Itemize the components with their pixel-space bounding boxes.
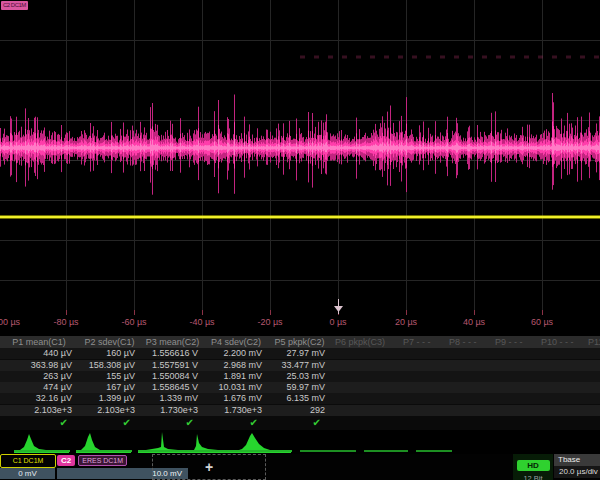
plus-icon: +	[205, 460, 213, 474]
param-header-empty[interactable]: P6 pkpk(C3)	[331, 336, 399, 348]
time-tick-label: -60 µs	[121, 317, 146, 327]
time-tick-label: 40 µs	[463, 317, 485, 327]
tbase-value: 20.0 µs/div	[554, 466, 600, 478]
param-header-empty[interactable]: P8 - - -	[445, 336, 491, 348]
param-min: 1.891 mV	[204, 371, 268, 382]
param-num-empty	[445, 405, 491, 416]
param-header-empty[interactable]: P9 - - -	[491, 336, 537, 348]
param-value-empty	[491, 348, 537, 359]
axis-tick	[134, 310, 135, 315]
waveform-plot[interactable]	[0, 0, 600, 316]
histicon-baseline	[300, 450, 356, 452]
param-status-check: ✔	[78, 416, 141, 430]
time-tick-label: 0 µs	[329, 317, 346, 327]
param-max-empty	[491, 382, 537, 393]
c2-channel-badge[interactable]: C2	[57, 455, 75, 466]
histicon-p5[interactable]	[236, 431, 292, 453]
param-value-empty	[399, 348, 445, 359]
param-status-check: ✔	[204, 416, 268, 430]
param-mean-empty	[491, 360, 537, 371]
axis-tick	[542, 310, 543, 315]
param-min-empty	[445, 371, 491, 382]
param-min: 155 µV	[78, 371, 141, 382]
param-num-empty	[399, 405, 445, 416]
histicon-baseline	[364, 450, 408, 452]
time-tick-label: 60 µs	[531, 317, 553, 327]
param-mean-empty	[445, 360, 491, 371]
axis-tick	[270, 310, 271, 315]
time-tick-label: 20 µs	[395, 317, 417, 327]
param-sdev: 1.399 µV	[78, 393, 141, 404]
param-status-empty	[445, 416, 491, 430]
param-max-empty	[399, 382, 445, 393]
c1-scale-value[interactable]: 0 mV	[0, 468, 55, 479]
param-sdev-empty	[445, 393, 491, 404]
histicon-p2[interactable]	[76, 431, 132, 453]
param-max: 1.558645 V	[141, 382, 204, 393]
param-mean: 2.968 mV	[204, 360, 268, 371]
param-header[interactable]: P1 mean(C1)	[0, 336, 78, 348]
c1-descriptor[interactable]: C1 DC1M	[0, 454, 56, 468]
param-value: 440 µV	[0, 348, 78, 359]
param-header[interactable]: P2 sdev(C1)	[78, 336, 141, 348]
histicon-p3[interactable]	[138, 431, 194, 453]
tbase-descriptor[interactable]: Tbase 20.0 µs/div	[554, 454, 600, 480]
histicon-p1[interactable]	[14, 431, 70, 453]
histicon-row	[0, 430, 600, 454]
time-axis: -100 µs-80 µs-60 µs-40 µs-20 µs0 µs20 µs…	[0, 317, 600, 333]
time-tick-label: -40 µs	[189, 317, 214, 327]
param-max-empty	[445, 382, 491, 393]
time-tick-label: -20 µs	[257, 317, 282, 327]
param-mean: 158.308 µV	[78, 360, 141, 371]
param-max: 10.031 mV	[204, 382, 268, 393]
param-min-empty	[399, 371, 445, 382]
param-num-empty	[537, 405, 584, 416]
param-status-empty	[399, 416, 445, 430]
tbase-label: Tbase	[554, 454, 600, 466]
param-header-empty[interactable]: P11	[584, 336, 600, 348]
param-sdev-empty	[537, 393, 584, 404]
axis-tick	[406, 310, 407, 315]
hd-indicator: HD 12 Bit	[513, 454, 553, 480]
time-tick-label: -80 µs	[53, 317, 78, 327]
param-num-empty	[584, 405, 600, 416]
trigger-time-marker-arrow[interactable]	[334, 306, 343, 312]
param-header-empty[interactable]: P10 - - -	[537, 336, 584, 348]
param-min-empty	[491, 371, 537, 382]
param-mean: 33.477 mV	[268, 360, 331, 371]
param-sdev-empty	[584, 393, 600, 404]
param-header[interactable]: P4 sdev(C2)	[204, 336, 268, 348]
param-value-empty	[331, 348, 399, 359]
param-mean-empty	[331, 360, 399, 371]
axis-tick	[474, 310, 475, 315]
param-status-check: ✔	[0, 416, 78, 430]
param-min-empty	[584, 371, 600, 382]
param-value-empty	[537, 348, 584, 359]
param-mean-empty	[584, 360, 600, 371]
param-num: 1.730e+3	[141, 405, 204, 416]
param-num: 292	[268, 405, 331, 416]
param-sdev: 32.16 µV	[0, 393, 78, 404]
param-header[interactable]: P5 pkpk(C2)	[268, 336, 331, 348]
param-status-empty	[331, 416, 399, 430]
param-status-check: ✔	[141, 416, 204, 430]
param-mean: 363.98 µV	[0, 360, 78, 371]
param-sdev-empty	[399, 393, 445, 404]
param-min: 25.03 mV	[268, 371, 331, 382]
param-min: 263 µV	[0, 371, 78, 382]
param-mean-empty	[537, 360, 584, 371]
param-min-empty	[331, 371, 399, 382]
add-trace-box[interactable]: +	[152, 454, 266, 480]
param-max: 474 µV	[0, 382, 78, 393]
param-num-empty	[491, 405, 537, 416]
param-max: 167 µV	[78, 382, 141, 393]
param-value-empty	[445, 348, 491, 359]
param-header[interactable]: P3 mean(C2)	[141, 336, 204, 348]
param-sdev: 6.135 mV	[268, 393, 331, 404]
param-value: 2.200 mV	[204, 348, 268, 359]
param-header-empty[interactable]: P7 - - -	[399, 336, 445, 348]
param-value: 27.97 mV	[268, 348, 331, 359]
param-max: 59.97 mV	[268, 382, 331, 393]
param-min: 1.550084 V	[141, 371, 204, 382]
param-value: 1.556616 V	[141, 348, 204, 359]
